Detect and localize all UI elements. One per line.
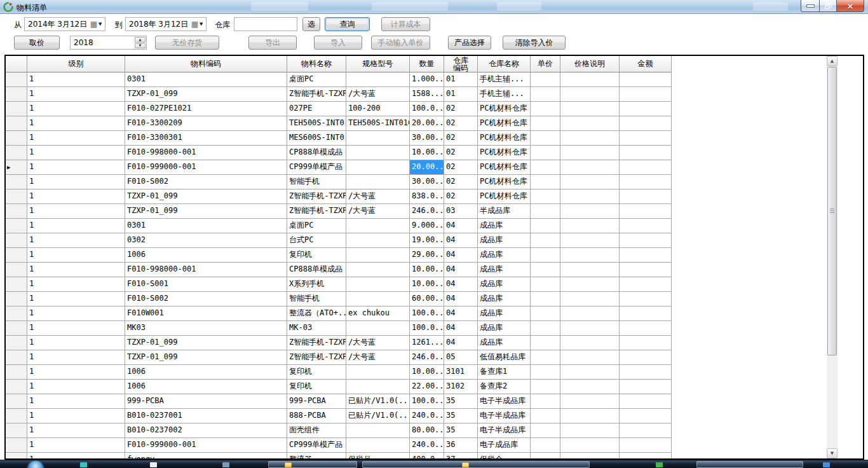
cell-code[interactable]: F010-3300301 bbox=[125, 131, 287, 146]
cell-wh_name[interactable]: PC机材料仓库 bbox=[478, 131, 531, 146]
cell-code[interactable]: F010-S002 bbox=[125, 175, 287, 189]
cell-name[interactable]: Z智能手机-TZXP bbox=[287, 189, 346, 204]
cell-price[interactable] bbox=[531, 131, 560, 146]
cell-price[interactable] bbox=[531, 306, 560, 321]
cell-name[interactable]: 桌面PC bbox=[287, 72, 346, 87]
cell-note[interactable] bbox=[560, 394, 620, 409]
cell-spec[interactable] bbox=[346, 175, 410, 189]
cell-wh_code[interactable]: 04 bbox=[444, 219, 478, 233]
cell-price[interactable] bbox=[531, 116, 560, 131]
cell-amount[interactable] bbox=[620, 350, 672, 365]
table-row[interactable]: 1TZXP-01_099Z智能手机-TZXP/大号蓝1261....04成品库 bbox=[6, 336, 672, 350]
cell-name[interactable]: CP999单模产品 bbox=[287, 160, 346, 175]
cell-name[interactable]: Z智能手机-TZXP bbox=[287, 336, 346, 350]
cell-level[interactable]: 1 bbox=[27, 219, 125, 233]
cell-name[interactable]: 面壳组件 bbox=[287, 423, 346, 438]
cell-name[interactable]: 智能手机 bbox=[287, 292, 346, 306]
cell-price[interactable] bbox=[531, 365, 560, 380]
row-selector-cell[interactable] bbox=[6, 380, 27, 394]
cell-wh_name[interactable]: PC机材料仓库 bbox=[478, 116, 531, 131]
cell-spec[interactable]: /大号蓝 bbox=[346, 87, 410, 102]
cell-note[interactable] bbox=[560, 306, 620, 321]
scroll-down-button[interactable]: ▼ bbox=[827, 448, 837, 458]
cell-name[interactable]: 桌面PC bbox=[287, 219, 346, 233]
row-selector-cell[interactable] bbox=[6, 175, 27, 189]
cell-price[interactable] bbox=[531, 102, 560, 116]
cell-code[interactable]: TZXP-01_099 bbox=[125, 189, 287, 204]
cell-qty[interactable]: 30.00... bbox=[410, 131, 444, 146]
cell-qty[interactable]: 22.00... bbox=[410, 380, 444, 394]
cell-note[interactable] bbox=[560, 350, 620, 365]
restore-button[interactable] bbox=[819, 0, 837, 12]
cell-qty[interactable]: 10.00... bbox=[410, 365, 444, 380]
no-price-stock-button[interactable]: 无价存货 bbox=[155, 36, 219, 50]
cell-price[interactable] bbox=[531, 453, 560, 460]
cell-price[interactable] bbox=[531, 160, 560, 175]
cell-qty[interactable]: 10.00... bbox=[410, 146, 444, 160]
cell-code[interactable]: MK03 bbox=[125, 321, 287, 336]
cell-amount[interactable] bbox=[620, 248, 672, 263]
cell-wh_name[interactable]: 成品库 bbox=[478, 306, 531, 321]
cell-level[interactable]: 1 bbox=[27, 423, 125, 438]
cell-note[interactable] bbox=[560, 189, 620, 204]
cell-qty[interactable]: 80.00... bbox=[410, 423, 444, 438]
column-header[interactable]: 单价 bbox=[531, 56, 560, 72]
cell-wh_name[interactable]: 成品库 bbox=[478, 292, 531, 306]
cell-spec[interactable] bbox=[346, 438, 410, 453]
cell-wh_code[interactable]: 02 bbox=[444, 189, 478, 204]
cell-price[interactable] bbox=[531, 72, 560, 87]
row-selector-cell[interactable] bbox=[6, 336, 27, 350]
cell-amount[interactable] bbox=[620, 336, 672, 350]
column-header[interactable]: 仓库名称 bbox=[478, 56, 531, 72]
close-button[interactable]: × bbox=[836, 0, 864, 12]
table-row[interactable]: 1TZXP-01_099Z智能手机-TZXP/大号蓝1588....01手机主辅… bbox=[6, 87, 672, 102]
cell-qty[interactable]: 100.0... bbox=[410, 321, 444, 336]
cell-level[interactable]: 1 bbox=[27, 263, 125, 277]
cell-wh_code[interactable]: 02 bbox=[444, 131, 478, 146]
cell-wh_name[interactable]: 成品库 bbox=[478, 233, 531, 248]
cell-name[interactable]: 复印机 bbox=[287, 365, 346, 380]
cell-spec[interactable] bbox=[346, 321, 410, 336]
cell-price[interactable] bbox=[531, 87, 560, 102]
green-app-icon[interactable] bbox=[656, 462, 663, 467]
cell-qty[interactable]: 240.0... bbox=[410, 438, 444, 453]
cell-level[interactable]: 1 bbox=[27, 453, 125, 460]
cell-qty[interactable]: 10.00... bbox=[410, 277, 444, 292]
table-row[interactable]: 1F010-3300209TEH500S-INT0...TEH500S-INT0… bbox=[6, 116, 672, 131]
table-row[interactable]: 1fwongv整流器保税品400.037保税仓 bbox=[6, 453, 672, 460]
cell-wh_code[interactable]: 04 bbox=[444, 263, 478, 277]
cell-spec[interactable] bbox=[346, 233, 410, 248]
cell-name[interactable]: TEH500S-INT0... bbox=[287, 116, 346, 131]
cell-name[interactable]: 智能手机 bbox=[287, 175, 346, 189]
cell-spec[interactable] bbox=[346, 248, 410, 263]
cell-amount[interactable] bbox=[620, 394, 672, 409]
cell-note[interactable] bbox=[560, 453, 620, 460]
cell-note[interactable] bbox=[560, 175, 620, 189]
cell-wh_name[interactable]: PC机材料仓库 bbox=[478, 102, 531, 116]
row-selector-cell[interactable] bbox=[6, 87, 27, 102]
cell-wh_code[interactable]: 04 bbox=[444, 233, 478, 248]
cell-code[interactable]: 0302 bbox=[125, 233, 287, 248]
cell-amount[interactable] bbox=[620, 219, 672, 233]
cell-wh_code[interactable]: 02 bbox=[444, 146, 478, 160]
cell-qty[interactable]: 20.00... bbox=[410, 160, 444, 175]
cell-amount[interactable] bbox=[620, 131, 672, 146]
cell-spec[interactable]: /大号蓝 bbox=[346, 189, 410, 204]
cell-qty[interactable]: 9.000... bbox=[410, 219, 444, 233]
vertical-scrollbar[interactable]: ▲ ▼ bbox=[827, 56, 837, 458]
cell-spec[interactable] bbox=[346, 131, 410, 146]
table-row[interactable]: ▶1F010-999000-001CP999单模产品20.00...02PC机材… bbox=[6, 160, 672, 175]
cell-note[interactable] bbox=[560, 365, 620, 380]
cell-wh_name[interactable]: 电子半成品库 bbox=[478, 423, 531, 438]
cell-level[interactable]: 1 bbox=[27, 306, 125, 321]
cell-code[interactable]: F010W001 bbox=[125, 306, 287, 321]
cell-amount[interactable] bbox=[620, 102, 672, 116]
get-price-button[interactable]: 取价 bbox=[14, 36, 60, 50]
table-row[interactable]: 1MK03MK-03100.0...04成品库 bbox=[6, 321, 672, 336]
cell-wh_name[interactable]: 成品库 bbox=[478, 277, 531, 292]
cell-amount[interactable] bbox=[620, 438, 672, 453]
cell-code[interactable]: 1006 bbox=[125, 248, 287, 263]
cell-name[interactable]: 复印机 bbox=[287, 248, 346, 263]
column-header[interactable]: 物料名称 bbox=[287, 56, 346, 72]
cell-level[interactable]: 1 bbox=[27, 321, 125, 336]
